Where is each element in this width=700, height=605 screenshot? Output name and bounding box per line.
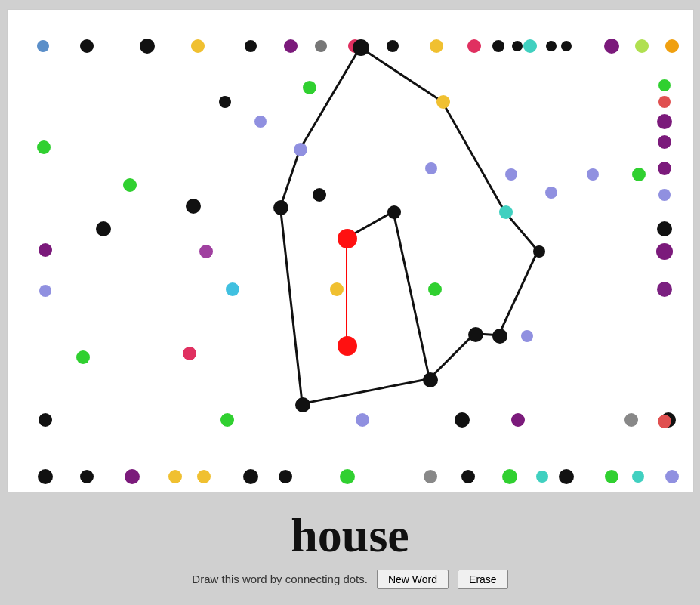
dot[interactable] — [665, 39, 679, 53]
new-word-button[interactable]: New Word — [377, 570, 449, 589]
dot[interactable] — [545, 187, 557, 199]
dot[interactable] — [624, 413, 638, 427]
dot[interactable] — [168, 470, 182, 483]
dot[interactable] — [356, 413, 369, 427]
dot[interactable] — [658, 135, 671, 149]
dot[interactable] — [505, 168, 517, 181]
dot[interactable] — [468, 327, 483, 342]
dot[interactable] — [425, 162, 437, 174]
instruction-text: Draw this word by connecting dots. — [192, 573, 368, 585]
dot[interactable] — [226, 282, 239, 296]
dot[interactable] — [657, 221, 672, 236]
dot[interactable] — [39, 243, 52, 257]
dot[interactable] — [605, 470, 618, 483]
dot[interactable] — [315, 40, 327, 52]
instruction-row: Draw this word by connecting dots. New W… — [192, 570, 507, 589]
dot[interactable] — [183, 347, 196, 360]
dot[interactable] — [191, 39, 205, 53]
dot[interactable] — [39, 413, 52, 427]
dot[interactable] — [295, 397, 310, 412]
dot[interactable] — [658, 189, 671, 201]
dot[interactable] — [424, 470, 437, 483]
dot[interactable] — [39, 285, 51, 297]
svg-line-6 — [498, 251, 538, 335]
dot[interactable] — [279, 470, 292, 483]
dot[interactable] — [80, 470, 94, 483]
dot[interactable] — [604, 39, 619, 54]
dot[interactable] — [387, 205, 401, 219]
dot[interactable] — [521, 330, 533, 342]
dot[interactable] — [461, 470, 475, 483]
dot[interactable] — [353, 39, 369, 56]
dot[interactable] — [197, 470, 211, 483]
dot[interactable] — [430, 39, 443, 53]
svg-line-8 — [429, 333, 474, 378]
dot[interactable] — [243, 469, 258, 484]
dot[interactable] — [219, 96, 231, 108]
dot[interactable] — [330, 282, 344, 296]
dot[interactable] — [665, 470, 679, 483]
dot[interactable] — [533, 245, 545, 258]
dot[interactable] — [254, 116, 267, 128]
dot[interactable] — [657, 114, 672, 129]
dot[interactable] — [338, 336, 357, 356]
erase-button[interactable]: Erase — [458, 570, 508, 589]
word-display: house — [291, 508, 409, 563]
dot[interactable] — [512, 41, 523, 51]
dot[interactable] — [559, 469, 574, 484]
dot[interactable] — [658, 415, 671, 428]
dot[interactable] — [76, 350, 90, 364]
dot[interactable] — [502, 469, 517, 484]
dot[interactable] — [303, 81, 316, 94]
dot[interactable] — [387, 40, 399, 52]
dot[interactable] — [657, 282, 672, 297]
dot[interactable] — [511, 413, 525, 427]
dot[interactable] — [658, 96, 671, 108]
dot[interactable] — [294, 143, 307, 156]
dot[interactable] — [632, 471, 644, 483]
drawing-svg — [8, 10, 693, 492]
svg-line-4 — [442, 101, 504, 211]
dot[interactable] — [658, 79, 671, 91]
dot[interactable] — [96, 221, 111, 236]
dot[interactable] — [140, 39, 155, 54]
dot[interactable] — [499, 205, 513, 219]
dot[interactable] — [492, 329, 507, 344]
bottom-area: house Draw this word by connecting dots.… — [0, 500, 700, 604]
dot[interactable] — [220, 413, 234, 427]
dot[interactable] — [467, 39, 481, 53]
svg-line-0 — [300, 47, 360, 149]
dot[interactable] — [199, 245, 213, 258]
dot[interactable] — [340, 469, 355, 484]
dot[interactable] — [656, 243, 673, 260]
canvas-area[interactable] — [7, 9, 694, 492]
svg-line-9 — [393, 211, 429, 378]
dot[interactable] — [80, 39, 94, 53]
dot[interactable] — [338, 229, 357, 248]
dot[interactable] — [536, 471, 548, 483]
dot[interactable] — [658, 162, 671, 175]
svg-line-2 — [280, 207, 302, 403]
dot[interactable] — [561, 41, 572, 51]
dot[interactable] — [186, 199, 201, 214]
dot[interactable] — [123, 178, 137, 192]
dot[interactable] — [455, 412, 470, 428]
dot[interactable] — [635, 39, 649, 53]
dot[interactable] — [436, 95, 450, 109]
dot[interactable] — [546, 41, 557, 51]
dot[interactable] — [492, 40, 504, 52]
svg-line-3 — [359, 47, 442, 101]
dot[interactable] — [273, 200, 288, 215]
dot[interactable] — [38, 469, 53, 484]
dot[interactable] — [523, 39, 537, 53]
dot[interactable] — [587, 168, 599, 181]
dot[interactable] — [37, 140, 51, 154]
dot[interactable] — [632, 168, 646, 181]
dot[interactable] — [423, 372, 438, 387]
dot[interactable] — [428, 282, 442, 296]
dot[interactable] — [125, 469, 140, 484]
dot[interactable] — [284, 39, 298, 53]
dot[interactable] — [245, 40, 257, 52]
dot[interactable] — [313, 188, 326, 202]
dot[interactable] — [37, 40, 49, 52]
